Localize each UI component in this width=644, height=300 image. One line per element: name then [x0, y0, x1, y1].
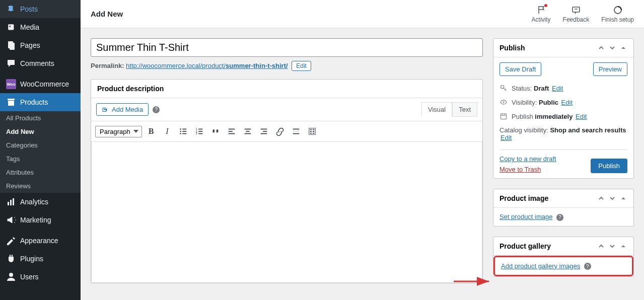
menu-comments[interactable]: Comments — [0, 54, 81, 72]
svg-rect-28 — [246, 131, 249, 132]
chevron-down-icon[interactable] — [608, 242, 616, 250]
panel-header: Product gallery — [493, 237, 633, 256]
menu-appearance[interactable]: Appearance — [0, 232, 81, 250]
menu-plugins[interactable]: Plugins — [0, 250, 81, 268]
product-image-panel: Product image Set product image ? — [493, 189, 634, 227]
caret-up-icon[interactable] — [619, 194, 627, 202]
svg-rect-24 — [229, 129, 235, 130]
svg-rect-1 — [10, 43, 15, 50]
bold-button[interactable]: B — [144, 124, 158, 138]
submenu-categories[interactable]: Categories — [0, 138, 81, 152]
menu-users[interactable]: Users — [0, 268, 81, 286]
help-icon[interactable]: ? — [153, 106, 160, 113]
visibility-edit-link[interactable]: Edit — [561, 99, 573, 106]
caret-up-icon[interactable] — [619, 44, 627, 52]
bullet-list-button[interactable] — [176, 124, 190, 138]
media-icon — [102, 106, 109, 113]
add-gallery-images-link[interactable]: Add product gallery images — [501, 262, 581, 270]
svg-rect-33 — [293, 129, 300, 130]
svg-rect-6 — [13, 198, 14, 205]
menu-media[interactable]: Media — [0, 18, 81, 36]
submenu-all-products[interactable]: All Products — [0, 111, 81, 125]
svg-rect-34 — [293, 131, 300, 131]
svg-rect-5 — [10, 200, 12, 205]
svg-rect-3 — [8, 101, 14, 106]
svg-rect-39 — [313, 129, 315, 130]
submenu-tags[interactable]: Tags — [0, 152, 81, 166]
align-right-button[interactable] — [257, 124, 271, 138]
publish-button[interactable]: Publish — [591, 159, 627, 173]
menu-label: Pages — [20, 41, 40, 49]
svg-rect-13 — [182, 129, 186, 130]
copy-draft-link[interactable]: Copy to a new draft — [499, 155, 556, 163]
topbar-feedback[interactable]: Feedback — [563, 5, 590, 23]
chevron-down-icon[interactable] — [608, 44, 616, 52]
product-title-input[interactable] — [91, 38, 483, 57]
svg-point-12 — [180, 128, 181, 130]
editor-textarea[interactable] — [91, 142, 482, 283]
svg-rect-2 — [8, 99, 15, 100]
admin-sidebar: Posts Media Pages Comments Woo WooCommer… — [0, 0, 81, 300]
marketing-icon — [6, 215, 16, 225]
add-media-button[interactable]: Add Media — [96, 103, 149, 116]
permalink-link[interactable]: http://woocommerce.local/product/summer-… — [126, 62, 288, 69]
menu-label: Analytics — [20, 198, 48, 206]
help-icon[interactable]: ? — [584, 263, 591, 270]
svg-rect-30 — [261, 129, 267, 130]
pushpin-icon — [6, 4, 16, 14]
description-panel: Product description Add Media ? Visual T… — [91, 79, 483, 283]
italic-button[interactable]: I — [160, 124, 174, 138]
align-left-button[interactable] — [225, 124, 239, 138]
menu-products[interactable]: Products — [0, 93, 81, 111]
products-icon — [6, 97, 16, 107]
caret-up-icon[interactable] — [619, 242, 627, 250]
menu-marketing[interactable]: Marketing — [0, 211, 81, 229]
panel-title: Product description — [97, 85, 164, 93]
set-product-image-link[interactable]: Set product image — [499, 213, 553, 220]
menu-label: Products — [20, 98, 48, 106]
chevron-up-icon[interactable] — [597, 242, 605, 250]
schedule-edit-link[interactable]: Edit — [576, 113, 587, 120]
preview-button[interactable]: Preview — [593, 62, 627, 76]
submenu-reviews[interactable]: Reviews — [0, 179, 81, 193]
menu-posts[interactable]: Posts — [0, 0, 81, 18]
svg-rect-21 — [198, 131, 202, 132]
permalink-edit-button[interactable]: Edit — [292, 61, 311, 71]
topbar-activity[interactable]: Activity — [532, 5, 551, 23]
svg-rect-17 — [182, 133, 186, 134]
plugins-icon — [6, 254, 16, 264]
status-edit-link[interactable]: Edit — [552, 85, 563, 92]
topbar-finish-setup[interactable]: Finish setup — [601, 5, 634, 23]
blockquote-button[interactable] — [208, 124, 223, 138]
catalog-edit-link[interactable]: Edit — [500, 134, 512, 141]
toolbar-toggle-button[interactable] — [305, 124, 319, 138]
menu-label: Plugins — [20, 255, 43, 263]
menu-analytics[interactable]: Analytics — [0, 193, 81, 211]
panel-title: Product image — [499, 194, 548, 202]
tab-text[interactable]: Text — [452, 102, 477, 117]
svg-point-10 — [104, 108, 105, 110]
align-center-button[interactable] — [241, 124, 255, 138]
menu-woocommerce[interactable]: Woo WooCommerce — [0, 75, 81, 93]
submenu-attributes[interactable]: Attributes — [0, 166, 81, 179]
chevron-up-icon[interactable] — [597, 194, 605, 202]
help-icon[interactable]: ? — [556, 214, 563, 221]
link-button[interactable] — [273, 124, 287, 138]
save-draft-button[interactable]: Save Draft — [499, 62, 541, 76]
menu-pages[interactable]: Pages — [0, 36, 81, 54]
tab-visual[interactable]: Visual — [421, 102, 452, 117]
submenu-add-new[interactable]: Add New — [0, 125, 81, 138]
move-trash-link[interactable]: Move to Trash — [499, 166, 556, 173]
numbered-list-button[interactable]: 123 — [192, 124, 206, 138]
publish-panel: Publish Save Draft Preview Status: Draf — [493, 38, 634, 179]
svg-rect-31 — [263, 131, 267, 132]
readmore-button[interactable] — [289, 124, 303, 138]
chevron-up-icon[interactable] — [597, 44, 605, 52]
chevron-down-icon[interactable] — [608, 194, 616, 202]
main-content: Add New Activity Feedback Finish setup — [81, 0, 644, 300]
svg-rect-42 — [310, 133, 312, 134]
paragraph-select[interactable]: Paragraph — [95, 126, 142, 137]
menu-label: WooCommerce — [20, 80, 69, 88]
appearance-icon — [6, 236, 16, 246]
topbar-label: Activity — [532, 16, 551, 23]
